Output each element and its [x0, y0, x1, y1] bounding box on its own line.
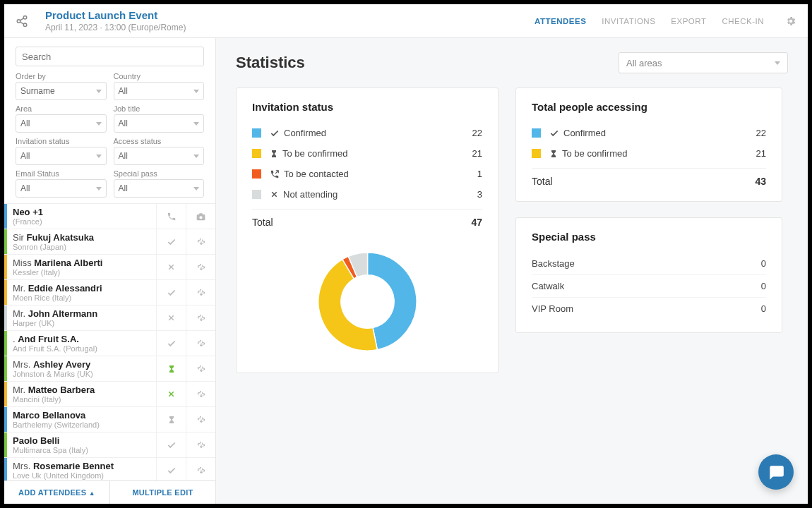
sp-value: 0 — [761, 258, 766, 269]
attendee-row[interactable]: Neo +1 (France) — [4, 204, 215, 229]
main-content: Statistics All areas Invitation status C… — [216, 38, 808, 504]
stat-row: To be contacted 1 — [252, 164, 482, 184]
search-input[interactable] — [16, 47, 204, 66]
download-icon[interactable] — [186, 255, 215, 279]
stat-value: 21 — [472, 148, 482, 159]
attendee-meta: Barthelemy (Switzerland) — [13, 421, 150, 429]
top-nav: ATTENDEES INVITATIONS EXPORT CHECK-IN — [535, 16, 796, 27]
svg-line-3 — [20, 18, 23, 20]
area-select[interactable]: All areas — [619, 52, 788, 73]
special-pass-row: Backstage0 — [532, 253, 766, 275]
x-icon[interactable] — [156, 382, 186, 406]
sp-label: VIP Room — [532, 303, 573, 314]
x-icon[interactable] — [156, 306, 186, 330]
total-label: Total — [532, 176, 553, 187]
check-icon[interactable] — [156, 229, 186, 254]
filter-select-job_title[interactable]: All — [114, 114, 205, 133]
attendee-row[interactable]: Paolo Belli Multimarca Spa (Italy) — [4, 433, 215, 458]
attendee-meta: Multimarca Spa (Italy) — [13, 446, 150, 454]
attendee-name: Mrs. Ashley Avery — [13, 359, 150, 370]
filter-select-area[interactable]: All — [16, 114, 107, 133]
hourglass-icon[interactable] — [156, 356, 186, 381]
filter-label-area: Area — [16, 104, 107, 113]
stat-value: 3 — [477, 189, 482, 200]
filter-label-order_by: Order by — [16, 72, 107, 80]
attendee-row[interactable]: Mrs. Rosemarie Bennet Love Uk (United Ki… — [4, 458, 215, 480]
card-title: Total people accessing — [532, 101, 766, 113]
attendee-row[interactable]: Mr. Matteo Barbera Mancini (Italy) — [4, 382, 215, 407]
check-icon — [270, 128, 280, 138]
attendee-row[interactable]: Mr. John Altermann Harper (UK) — [4, 306, 215, 331]
svg-point-5 — [199, 216, 202, 219]
filter-label-invitation_status: Invitation status — [16, 137, 107, 145]
download-icon[interactable] — [186, 433, 215, 457]
check-icon — [549, 128, 559, 138]
svg-point-1 — [17, 19, 20, 23]
attendee-meta: Mancini (Italy) — [13, 395, 150, 404]
download-icon[interactable] — [186, 229, 215, 254]
svg-point-0 — [23, 16, 27, 19]
hourglass-icon[interactable] — [156, 407, 186, 432]
multiple-edit-button[interactable]: MULTIPLE EDIT — [110, 481, 215, 504]
nav-export[interactable]: EXPORT — [671, 17, 706, 25]
attendee-name: Mr. John Altermann — [13, 308, 150, 319]
attendee-name: Mr. Matteo Barbera — [13, 385, 150, 395]
download-icon[interactable] — [186, 306, 215, 330]
download-icon[interactable] — [186, 382, 215, 406]
card-title: Invitation status — [252, 101, 482, 113]
attendee-row[interactable]: Mr. Eddie Alessandri Moen Rice (Italy) — [4, 280, 215, 306]
nav-checkin[interactable]: CHECK-IN — [722, 17, 764, 25]
stat-value: 22 — [472, 128, 482, 138]
attendee-name: Mr. Eddie Alessandri — [13, 283, 150, 294]
nav-attendees[interactable]: ATTENDEES — [535, 17, 586, 25]
filter-select-email_status[interactable]: All — [16, 179, 107, 198]
phone-icon[interactable] — [156, 204, 186, 229]
attendee-row[interactable]: Mrs. Ashley Avery Johnston & Marks (UK) — [4, 356, 215, 382]
stat-value: 1 — [477, 169, 482, 179]
attendee-name: Marco Bellanova — [13, 410, 150, 421]
sp-label: Catwalk — [532, 281, 564, 291]
event-title[interactable]: Product Launch Event — [45, 9, 535, 21]
stat-label: Not attending — [283, 189, 338, 200]
attendee-row[interactable]: . And Fruit S.A. And Fruit S.A. (Portuga… — [4, 331, 215, 356]
download-icon[interactable] — [186, 356, 215, 381]
check-icon[interactable] — [156, 433, 186, 457]
stat-value: 21 — [756, 148, 766, 159]
gear-icon[interactable] — [785, 16, 796, 27]
x-icon[interactable] — [156, 255, 186, 279]
card-title: Special pass — [532, 231, 766, 243]
download-icon[interactable] — [186, 280, 215, 305]
download-icon[interactable] — [186, 331, 215, 356]
total-value: 47 — [471, 217, 482, 228]
filter-select-invitation_status[interactable]: All — [16, 147, 107, 165]
attendee-row[interactable]: Marco Bellanova Barthelemy (Switzerland) — [4, 407, 215, 433]
nav-invitations[interactable]: INVITATIONS — [602, 17, 655, 25]
stat-row: To be confirmed 21 — [532, 143, 766, 164]
attendee-row[interactable]: Sir Fukuj Akatsuka Sonron (Japan) — [4, 229, 215, 255]
check-icon[interactable] — [156, 331, 186, 356]
attendee-row[interactable]: Miss Marilena Alberti Kessler (Italy) — [4, 255, 215, 280]
check-icon[interactable] — [156, 458, 186, 480]
share-icon[interactable] — [16, 15, 28, 28]
filter-select-access_status[interactable]: All — [114, 147, 205, 165]
filter-select-country[interactable]: All — [114, 82, 205, 100]
attendee-list[interactable]: Neo +1 (France) Sir Fukuj Akatsuka Sonro… — [4, 203, 215, 480]
donut-chart — [316, 250, 419, 353]
filter-label-country: Country — [114, 72, 205, 80]
add-attendees-button[interactable]: ADD ATTENDEES ▲ — [4, 481, 110, 504]
download-icon[interactable] — [186, 458, 215, 480]
check-icon[interactable] — [156, 280, 186, 305]
sp-value: 0 — [761, 303, 766, 314]
hourglass-icon — [270, 149, 278, 159]
filter-select-order_by[interactable]: Surname — [16, 82, 107, 100]
attendee-meta: Sonron (Japan) — [13, 243, 150, 251]
attendee-name: Miss Marilena Alberti — [13, 258, 150, 268]
filter-select-special_pass[interactable]: All — [114, 179, 205, 198]
chat-bubble[interactable] — [758, 454, 794, 490]
camera-icon[interactable] — [186, 204, 215, 229]
swatch — [252, 128, 261, 138]
svg-point-2 — [23, 23, 27, 27]
download-icon[interactable] — [186, 407, 215, 432]
sidebar: Order bySurnameCountryAllAreaAllJob titl… — [4, 38, 216, 504]
total-value: 43 — [755, 176, 766, 187]
